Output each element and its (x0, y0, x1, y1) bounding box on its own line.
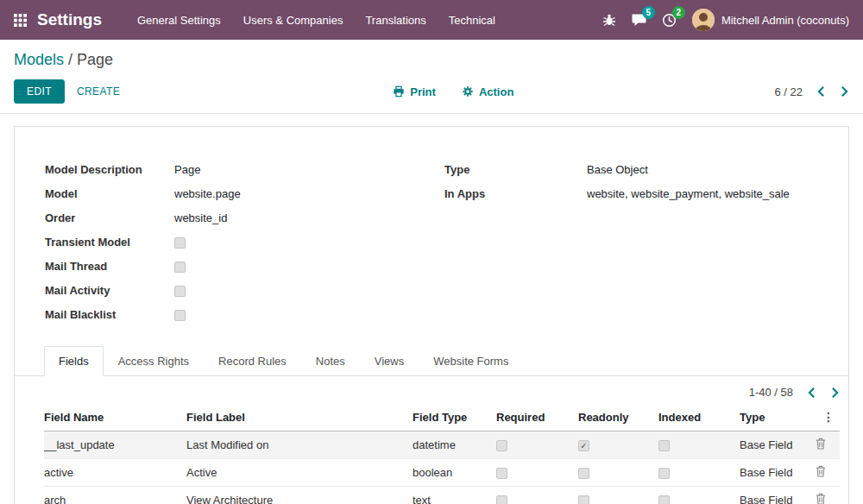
list-pager-previous-icon[interactable] (807, 387, 816, 399)
list-pager-next-icon[interactable] (830, 387, 840, 399)
field-label: Mail Thread (45, 260, 174, 273)
model-value: website.page (174, 187, 241, 200)
breadcrumb: Models / Page (0, 40, 863, 72)
header-required[interactable]: Required (496, 403, 578, 432)
pager-value[interactable]: 6 / 22 (774, 85, 803, 98)
cell-type: Base Field (740, 432, 807, 459)
tab-record-rules[interactable]: Record Rules (204, 346, 301, 376)
model-form: Model DescriptionPage Modelwebsite.page … (15, 127, 848, 331)
header-readonly[interactable]: Readonly (578, 403, 658, 432)
pager-previous-icon[interactable] (816, 85, 826, 98)
cell-field-name: arch (44, 487, 186, 504)
form-left-column: Model DescriptionPage Modelwebsite.page … (45, 161, 419, 331)
form-right-column: TypeBase Object In Appswebsite, website_… (444, 161, 818, 331)
header-field-name[interactable]: Field Name (44, 403, 186, 432)
print-button[interactable]: Print (393, 85, 436, 98)
indexed-checkbox (658, 495, 670, 504)
cell-field-type: boolean (413, 459, 496, 487)
apps-menu-icon[interactable] (14, 14, 27, 27)
pager-next-icon[interactable] (840, 85, 849, 98)
field-label: Transient Model (45, 236, 174, 249)
cell-field-name: active (44, 459, 186, 487)
cell-type: Base Field (740, 487, 807, 504)
cell-field-type: datetime (413, 432, 496, 459)
fields-table: Field Name Field Label Field Type Requir… (44, 403, 840, 504)
debug-bug-icon[interactable] (602, 13, 616, 27)
avatar (692, 9, 715, 31)
type-value: Base Object (587, 163, 648, 176)
app-name[interactable]: Settings (37, 10, 102, 29)
field-label: In Apps (444, 187, 587, 200)
tab-notes[interactable]: Notes (301, 346, 360, 376)
gear-icon (462, 85, 474, 98)
cell-field-label: Active (186, 459, 413, 487)
list-pager: 1-40 / 58 (44, 376, 840, 403)
column-options-kebab-icon[interactable]: ⋮ (807, 403, 840, 432)
field-label: Model Description (45, 163, 174, 176)
action-button[interactable]: Action (462, 85, 513, 98)
cell-field-type: text (413, 487, 496, 504)
user-name: Mitchell Admin (coconuts) (721, 14, 849, 27)
delete-row-button[interactable] (816, 493, 826, 504)
cell-field-label: Last Modified on (186, 432, 413, 459)
required-checkbox (496, 440, 507, 451)
header-indexed[interactable]: Indexed (658, 403, 740, 432)
field-label: Mail Blacklist (45, 308, 174, 321)
messages-badge: 5 (642, 6, 655, 19)
edit-button[interactable]: EDIT (14, 79, 65, 104)
breadcrumb-separator: / (68, 51, 77, 68)
field-label: Order (45, 211, 174, 224)
required-checkbox (496, 495, 507, 504)
table-header-row: Field Name Field Label Field Type Requir… (44, 403, 840, 432)
delete-row-button[interactable] (816, 438, 826, 450)
table-row[interactable]: arch View Architecture text Base Field (44, 487, 840, 504)
menu-translations[interactable]: Translations (354, 9, 437, 32)
field-label: Model (45, 187, 174, 200)
create-button[interactable]: CREATE (65, 80, 132, 103)
tab-views[interactable]: Views (360, 346, 419, 376)
mail-activity-checkbox (174, 286, 186, 297)
indexed-checkbox (658, 440, 670, 451)
transient-model-checkbox (174, 237, 186, 249)
tab-access-rights[interactable]: Access Rights (104, 346, 204, 376)
form-sheet: Model DescriptionPage Modelwebsite.page … (14, 126, 849, 504)
breadcrumb-current: Page (77, 51, 113, 68)
fields-list: 1-40 / 58 Field Name Field Label Field T… (15, 376, 848, 504)
required-checkbox (496, 468, 507, 479)
printer-icon (393, 85, 405, 98)
model-description-value: Page (174, 163, 200, 176)
top-navbar: Settings General Settings Users & Compan… (0, 0, 863, 40)
menu-users-companies[interactable]: Users & Companies (232, 9, 355, 32)
mail-thread-checkbox (174, 261, 186, 273)
indexed-checkbox (658, 468, 670, 479)
mail-blacklist-checkbox (174, 310, 186, 321)
cell-field-name: __last_update (44, 432, 186, 459)
user-menu[interactable]: Mitchell Admin (coconuts) (692, 9, 849, 31)
table-row[interactable]: __last_update Last Modified on datetime … (44, 432, 840, 459)
readonly-checkbox (578, 468, 589, 479)
cell-field-label: View Architecture (186, 487, 413, 504)
readonly-checkbox (578, 440, 589, 451)
table-row[interactable]: active Active boolean Base Field (44, 459, 840, 487)
control-panel: EDIT CREATE Print Ac (0, 72, 863, 114)
activities-badge: 2 (672, 6, 685, 19)
activities-clock-icon[interactable]: 2 (662, 13, 677, 28)
menu-technical[interactable]: Technical (438, 9, 507, 32)
delete-row-button[interactable] (816, 465, 826, 477)
list-pager-value[interactable]: 1-40 / 58 (749, 386, 793, 399)
messages-icon[interactable]: 5 (632, 13, 646, 27)
header-type[interactable]: Type (740, 403, 807, 432)
cell-type: Base Field (740, 459, 807, 487)
header-field-label[interactable]: Field Label (186, 403, 413, 432)
menu-general-settings[interactable]: General Settings (126, 9, 232, 32)
navbar-right: 5 2 Mitchell Admin (coconuts) (602, 9, 849, 31)
tab-fields[interactable]: Fields (44, 346, 104, 376)
breadcrumb-models-link[interactable]: Models (14, 51, 64, 68)
in-apps-value: website, website_payment, website_sale (587, 187, 790, 200)
main-menu: General Settings Users & Companies Trans… (126, 9, 507, 32)
tab-website-forms[interactable]: Website Forms (419, 346, 523, 376)
header-field-type[interactable]: Field Type (413, 403, 496, 432)
record-pager: 6 / 22 (774, 85, 849, 98)
readonly-checkbox (578, 495, 589, 504)
field-label: Mail Activity (45, 284, 174, 297)
